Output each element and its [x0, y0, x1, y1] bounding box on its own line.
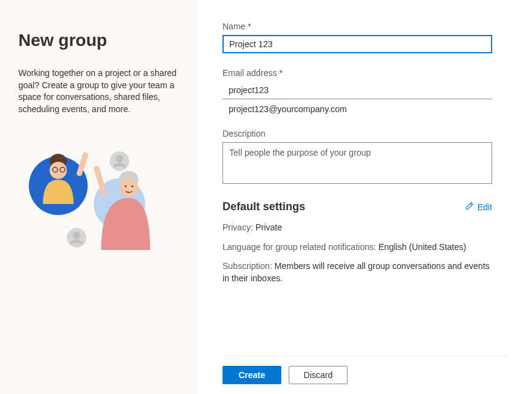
discard-button[interactable]: Discard [289, 366, 348, 384]
email-label: Email address * [222, 68, 507, 78]
svg-point-7 [50, 162, 67, 179]
settings-header: Default settings Edit [222, 200, 492, 213]
footer: Create Discard [222, 355, 507, 394]
description-input[interactable] [222, 142, 492, 184]
svg-point-14 [131, 186, 133, 188]
illustration [21, 146, 150, 256]
svg-point-12 [120, 178, 138, 197]
svg-point-13 [124, 186, 126, 188]
right-panel: Name * Email address * project123@yourco… [198, 0, 532, 394]
name-field-group: Name * [222, 21, 507, 53]
email-input[interactable] [222, 81, 492, 99]
page-description: Working together on a project or a share… [18, 67, 180, 115]
page-title: New group [18, 31, 180, 50]
form-area: Name * Email address * project123@yourco… [222, 21, 507, 355]
pencil-icon [465, 202, 474, 212]
required-indicator: * [248, 21, 251, 31]
settings-title: Default settings [222, 200, 305, 213]
required-indicator: * [279, 68, 283, 78]
email-field-group: Email address * project123@yourcompany.c… [222, 68, 507, 114]
setting-subscription: Subscription: Members will receive all g… [222, 260, 492, 284]
create-button[interactable]: Create [222, 366, 281, 384]
email-resolved: project123@yourcompany.com [222, 99, 507, 114]
setting-language: Language for group related notifications… [222, 241, 492, 254]
setting-privacy: Privacy: Private [222, 222, 492, 234]
svg-point-4 [73, 232, 80, 239]
left-panel: New group Working together on a project … [0, 0, 198, 394]
name-input[interactable] [222, 35, 492, 53]
edit-button[interactable]: Edit [465, 202, 492, 212]
edit-label: Edit [477, 202, 492, 212]
description-field-group: Description [222, 129, 507, 186]
svg-point-2 [116, 155, 123, 162]
description-label: Description [222, 129, 507, 138]
name-label: Name * [222, 21, 507, 31]
